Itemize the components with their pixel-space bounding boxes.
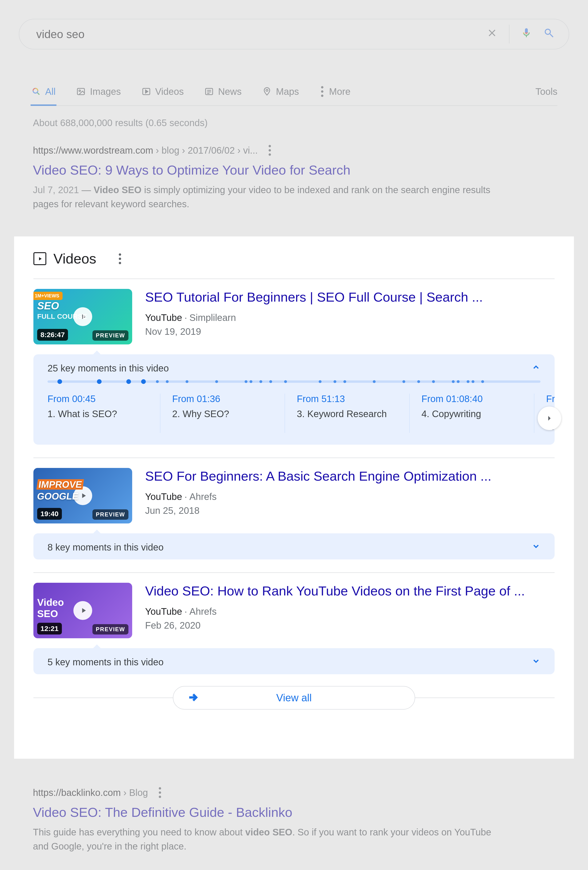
- tab-label: More: [329, 86, 350, 97]
- key-moment-label: 3. Keyword Research: [297, 407, 397, 420]
- tab-images[interactable]: Images: [75, 77, 122, 106]
- video-title[interactable]: Video SEO: How to Rank YouTube Videos on…: [145, 583, 555, 599]
- more-icon: [320, 85, 325, 98]
- thumb-bg-text2: FULL COURSE: [37, 313, 87, 320]
- search-input[interactable]: [36, 28, 479, 41]
- divider: [509, 25, 509, 43]
- result-snippet: Jul 7, 2021 — Video SEO is simply optimi…: [33, 183, 503, 211]
- result-menu-icon[interactable]: [267, 143, 272, 157]
- thumb-bg-text: VideoSEO: [37, 597, 64, 620]
- svg-point-3: [79, 90, 81, 91]
- thumb-bg-text2: GOOGLE: [36, 492, 79, 501]
- search-result: https://backlinko.com › Blog Video SEO: …: [33, 786, 515, 853]
- play-icon: [73, 601, 92, 620]
- result-url[interactable]: https://www.wordstream.com › blog › 2017…: [33, 145, 258, 156]
- videos-menu-icon[interactable]: [118, 252, 122, 266]
- play-icon: [141, 87, 151, 96]
- video-thumbnail[interactable]: VideoSEO 12:21 PREVIEW: [33, 583, 132, 638]
- tab-label: All: [45, 86, 55, 97]
- view-all-label: View all: [276, 692, 312, 704]
- svg-line-1: [37, 93, 39, 95]
- key-moment-label: 1. What is SEO?: [48, 407, 148, 420]
- preview-badge: PREVIEW: [92, 624, 128, 635]
- video-title[interactable]: SEO For Beginners: A Basic Search Engine…: [145, 468, 555, 484]
- videos-heading: Videos: [33, 250, 555, 267]
- result-url[interactable]: https://backlinko.com › Blog: [33, 787, 148, 798]
- play-box-icon: [33, 252, 46, 265]
- key-moments-summary: 5 key moments in this video: [48, 657, 164, 667]
- result-snippet: This guide has everything you need to kn…: [33, 825, 503, 853]
- video-source: YouTube·Simplilearn: [145, 313, 555, 323]
- key-moment[interactable]: From 01:08:40 4. Copywriting: [421, 393, 534, 433]
- key-moments-list: From 00:45 1. What is SEO? From 01:36 2.…: [33, 387, 555, 445]
- key-moment[interactable]: From 01:36 2. Why SEO?: [172, 393, 285, 433]
- tab-videos[interactable]: Videos: [141, 77, 185, 106]
- key-moment-time: From 01:08:40: [421, 393, 522, 404]
- thumb-bg-text: SEO: [37, 301, 59, 311]
- videos-heading-label: Videos: [54, 250, 96, 267]
- video-thumbnail[interactable]: IMPROVE GOOGLE 19:40 PREVIEW: [33, 468, 132, 523]
- tab-news[interactable]: News: [204, 77, 243, 106]
- thumb-tag: 1M+VIEWS: [33, 292, 63, 300]
- tab-label: News: [218, 86, 241, 97]
- tab-all[interactable]: All: [31, 77, 57, 106]
- image-icon: [76, 87, 86, 96]
- key-moment[interactable]: From 00:45 1. What is SEO?: [48, 393, 161, 433]
- key-moment-time: From 01:36: [172, 393, 273, 404]
- tab-more[interactable]: More: [319, 77, 351, 106]
- view-all-button[interactable]: View all: [173, 686, 415, 709]
- clear-icon[interactable]: [487, 27, 498, 41]
- search-tabs: All Images Videos News Maps More Tools: [31, 77, 557, 106]
- video-duration: 8:26:47: [37, 329, 68, 341]
- video-duration: 12:21: [37, 623, 62, 635]
- video-result: IMPROVE GOOGLE 19:40 PREVIEW SEO For Beg…: [33, 458, 555, 523]
- tab-label: Videos: [155, 86, 184, 97]
- key-moments-collapsed[interactable]: 8 key moments in this video: [33, 533, 555, 559]
- tools-button[interactable]: Tools: [536, 86, 557, 97]
- key-moment-label: 2. Why SEO?: [172, 407, 273, 420]
- search-bar[interactable]: [19, 19, 569, 49]
- key-moments-track[interactable]: [48, 380, 540, 383]
- key-moments-summary: 8 key moments in this video: [48, 542, 164, 553]
- news-icon: [204, 87, 214, 96]
- video-date: Nov 19, 2019: [145, 326, 555, 337]
- view-all-row: View all: [33, 686, 555, 709]
- video-result: VideoSEO 12:21 PREVIEW Video SEO: How to…: [33, 573, 555, 638]
- key-moments-summary[interactable]: 25 key moments in this video: [48, 363, 169, 374]
- result-title[interactable]: Video SEO: The Definitive Guide - Backli…: [33, 804, 515, 820]
- result-title[interactable]: Video SEO: 9 Ways to Optimize Your Video…: [33, 162, 527, 177]
- arrow-right-icon: [188, 692, 198, 704]
- video-thumbnail[interactable]: 1M+VIEWS SEO FULL COURSE 8:26:47 PREVIEW: [33, 289, 132, 344]
- result-stats: About 688,000,000 results (0.65 seconds): [33, 118, 208, 128]
- video-source: YouTube·Ahrefs: [145, 606, 555, 617]
- key-moment-time: From 01:22: [546, 393, 555, 404]
- result-menu-icon[interactable]: [157, 786, 162, 799]
- video-source: YouTube·Ahrefs: [145, 492, 555, 502]
- svg-point-9: [266, 89, 268, 91]
- video-duration: 19:40: [37, 508, 62, 520]
- search-result: https://www.wordstream.com › blog › 2017…: [33, 143, 527, 211]
- chevron-up-icon[interactable]: [531, 363, 540, 374]
- preview-badge: PREVIEW: [92, 509, 128, 520]
- video-date: Feb 26, 2020: [145, 620, 555, 631]
- pin-icon: [262, 87, 272, 96]
- thumb-bg-text: IMPROVE: [36, 480, 84, 489]
- tab-label: Maps: [276, 86, 299, 97]
- tab-maps[interactable]: Maps: [261, 77, 300, 106]
- chevron-down-icon[interactable]: [531, 542, 540, 553]
- key-moments-collapsed[interactable]: 5 key moments in this video: [33, 648, 555, 674]
- preview-badge: PREVIEW: [92, 330, 128, 341]
- key-moments-next-button[interactable]: [538, 407, 561, 430]
- key-moment-label: 4. Copywriting: [421, 407, 522, 420]
- video-date: Jun 25, 2018: [145, 505, 555, 516]
- key-moments-expanded: 25 key moments in this video From 00:45 …: [33, 354, 555, 445]
- voice-search-icon[interactable]: [521, 27, 532, 41]
- chevron-down-icon[interactable]: [531, 657, 540, 668]
- magnifier-icon: [31, 87, 41, 96]
- videos-section: Videos 1M+VIEWS SEO FULL COURSE 8:26:47 …: [14, 237, 574, 759]
- key-moment[interactable]: From 51:13 3. Keyword Research: [297, 393, 410, 433]
- video-result: 1M+VIEWS SEO FULL COURSE 8:26:47 PREVIEW…: [33, 279, 555, 344]
- key-moment-time: From 00:45: [48, 393, 148, 404]
- video-title[interactable]: SEO Tutorial For Beginners | SEO Full Co…: [145, 289, 555, 305]
- search-icon[interactable]: [543, 27, 555, 41]
